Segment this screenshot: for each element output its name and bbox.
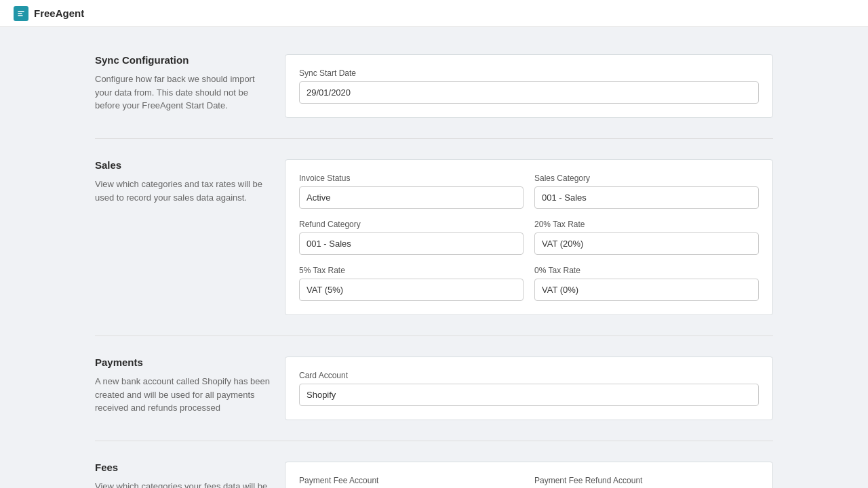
payments-description: A new bank account called Shopify has be… bbox=[95, 375, 271, 415]
payment-fee-account-field: Payment Fee Account bbox=[299, 476, 524, 488]
payments-right: Card Account bbox=[285, 357, 773, 420]
fees-description: View which categories your fees data wil… bbox=[95, 480, 271, 488]
fees-title: Fees bbox=[95, 462, 271, 473]
fees-right: Payment Fee Account Payment Fee Refund A… bbox=[285, 462, 773, 488]
fees-row-1: Payment Fee Account Payment Fee Refund A… bbox=[299, 476, 759, 488]
app-header: FreeAgent bbox=[0, 0, 868, 27]
invoice-status-field: Invoice Status bbox=[299, 174, 524, 209]
sales-description: View which categories and tax rates will… bbox=[95, 178, 271, 204]
sync-config-left: Sync Configuration Configure how far bac… bbox=[95, 54, 271, 118]
refund-category-input[interactable] bbox=[299, 232, 524, 255]
payment-fee-account-label: Payment Fee Account bbox=[299, 476, 524, 485]
tax-5-input[interactable] bbox=[299, 279, 524, 301]
sales-category-input[interactable] bbox=[534, 186, 759, 209]
sales-left: Sales View which categories and tax rate… bbox=[95, 159, 271, 315]
tax-20-input[interactable] bbox=[534, 232, 759, 255]
card-account-field: Card Account bbox=[299, 371, 759, 406]
sales-row-3: 5% Tax Rate 0% Tax Rate bbox=[299, 266, 759, 301]
payment-fee-refund-field: Payment Fee Refund Account bbox=[534, 476, 759, 488]
sync-config-card: Sync Start Date bbox=[285, 54, 773, 118]
card-account-input[interactable] bbox=[299, 384, 759, 406]
refund-category-label: Refund Category bbox=[299, 220, 524, 229]
sales-row-2: Refund Category 20% Tax Rate bbox=[299, 220, 759, 255]
fees-left: Fees View which categories your fees dat… bbox=[95, 462, 271, 488]
invoice-status-label: Invoice Status bbox=[299, 174, 524, 183]
main-content: Sync Configuration Configure how far bac… bbox=[81, 27, 787, 488]
sync-config-title: Sync Configuration bbox=[95, 54, 271, 66]
payments-card: Card Account bbox=[285, 357, 773, 420]
tax-0-field: 0% Tax Rate bbox=[534, 266, 759, 301]
payment-fee-refund-label: Payment Fee Refund Account bbox=[534, 476, 759, 485]
tax-20-field: 20% Tax Rate bbox=[534, 220, 759, 255]
sync-config-section: Sync Configuration Configure how far bac… bbox=[95, 34, 773, 139]
sync-start-date-field: Sync Start Date bbox=[299, 68, 759, 104]
invoice-status-input[interactable] bbox=[299, 186, 524, 209]
sync-config-description: Configure how far back we should import … bbox=[95, 73, 271, 113]
sales-row-1: Invoice Status Sales Category bbox=[299, 174, 759, 209]
tax-5-label: 5% Tax Rate bbox=[299, 266, 524, 275]
fees-section: Fees View which categories your fees dat… bbox=[95, 441, 773, 488]
sync-start-date-input[interactable] bbox=[299, 81, 759, 104]
payments-section: Payments A new bank account called Shopi… bbox=[95, 336, 773, 441]
card-account-label: Card Account bbox=[299, 371, 759, 380]
tax-0-label: 0% Tax Rate bbox=[534, 266, 759, 275]
tax-5-field: 5% Tax Rate bbox=[299, 266, 524, 301]
refund-category-field: Refund Category bbox=[299, 220, 524, 255]
tax-0-input[interactable] bbox=[534, 279, 759, 301]
logo-icon bbox=[14, 6, 28, 21]
app-title: FreeAgent bbox=[34, 7, 84, 19]
tax-20-label: 20% Tax Rate bbox=[534, 220, 759, 229]
sales-title: Sales bbox=[95, 159, 271, 171]
fees-card: Payment Fee Account Payment Fee Refund A… bbox=[285, 462, 773, 488]
sales-card: Invoice Status Sales Category Refund Cat… bbox=[285, 159, 773, 315]
payments-left: Payments A new bank account called Shopi… bbox=[95, 357, 271, 420]
payments-title: Payments bbox=[95, 357, 271, 368]
sync-config-right: Sync Start Date bbox=[285, 54, 773, 118]
sales-category-field: Sales Category bbox=[534, 174, 759, 209]
sales-category-label: Sales Category bbox=[534, 174, 759, 183]
sales-right: Invoice Status Sales Category Refund Cat… bbox=[285, 159, 773, 315]
sync-start-date-label: Sync Start Date bbox=[299, 68, 759, 78]
sales-section: Sales View which categories and tax rate… bbox=[95, 139, 773, 336]
